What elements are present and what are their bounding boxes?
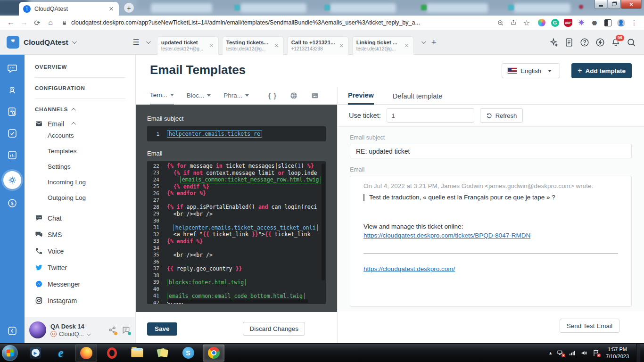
share-icon[interactable] (507, 16, 520, 29)
editor-vertical-scrollbar[interactable] (322, 164, 325, 280)
chrome-taskbar-icon[interactable] (203, 345, 224, 362)
rail-tasks-icon[interactable] (7, 128, 18, 139)
internet-explorer-taskbar-icon[interactable]: e (50, 345, 72, 362)
code-line[interactable]: 37{{ reply.geo_country }} (147, 265, 326, 272)
rail-ticket-search-icon[interactable] (7, 106, 18, 117)
taskbar-clock[interactable]: 1:57 PM 7/10/2023 (606, 346, 629, 360)
sidebar-item-configuration[interactable]: CONFIGURATION (35, 85, 135, 91)
rail-reports-icon[interactable] (7, 149, 18, 161)
code-line[interactable]: 32 <a href="{{ ticket_link }}">{{ ticket… (147, 231, 326, 238)
sidebar-item-twitter[interactable]: Twitter (35, 263, 135, 272)
site-link[interactable]: https://cloudqatest.deskpro.com/ (363, 265, 455, 272)
home-button[interactable]: ⌂ (44, 16, 57, 29)
help-icon[interactable] (579, 37, 590, 48)
code-line[interactable]: 28{% if app.isPortalEnabled() and can_lo… (147, 204, 326, 211)
close-ticket-tab-icon[interactable] (339, 43, 345, 49)
reload-button[interactable]: ⟳ (31, 16, 43, 29)
code-line[interactable]: 33{% endif %} (147, 238, 326, 245)
window-restore-button[interactable] (608, 0, 620, 9)
code-line[interactable]: 22{% for message in ticket_messages|slic… (147, 163, 326, 170)
code-line[interactable]: 29 <br /><br /> (147, 211, 326, 218)
code-line[interactable]: 41emails_common:email_code_bottom.html.t… (147, 293, 326, 300)
code-line[interactable]: 31 helpcenter.emails.ticket_access_ticke… (147, 224, 326, 231)
code-line[interactable]: 39blocks:footer.html.twig (147, 279, 326, 286)
code-line[interactable]: 26{% endfor %} (147, 190, 326, 197)
refresh-button[interactable]: Refresh (480, 108, 523, 123)
puzzle-extension[interactable]: ⬣ (589, 17, 600, 28)
ticket-tab[interactable]: Linking ticket ...tester.desk12@g... (352, 36, 414, 55)
show-desktop-button[interactable] (636, 344, 640, 362)
brand-chevron-down-icon[interactable] (72, 39, 77, 44)
preview-subject-value[interactable] (350, 144, 632, 158)
notifications-bell-icon[interactable]: 99 (611, 37, 621, 48)
media-player-taskbar-icon[interactable]: ▶ (25, 345, 46, 362)
sticky-notes-taskbar-icon[interactable] (152, 345, 173, 362)
firefox-taskbar-icon[interactable] (75, 345, 97, 362)
sidebar-item-templates[interactable]: Templates (48, 143, 135, 159)
tab-preview[interactable]: Preview (348, 91, 374, 105)
sidebar-item-outgoing-log[interactable]: Outgoing Log (48, 190, 135, 206)
save-button[interactable]: Save (147, 322, 177, 336)
image-icon[interactable] (311, 91, 319, 100)
sidebar-item-messenger[interactable]: Messenger (35, 280, 135, 288)
brand-name[interactable]: CloudQAtest (24, 38, 68, 47)
code-line[interactable]: 36 (147, 258, 326, 265)
tab-default-template[interactable]: Default template (393, 92, 443, 104)
discard-changes-button[interactable]: Discard Changes (243, 322, 305, 336)
bookmark-star-icon[interactable]: ☆ (520, 16, 533, 29)
sidebar-item-chat[interactable]: Chat (35, 214, 135, 222)
code-line[interactable]: 30 (147, 217, 326, 224)
signal-strength-icon[interactable] (569, 349, 576, 357)
user-footer[interactable]: QA Desk 14 C CloudQ... (25, 317, 135, 343)
code-braces-icon[interactable]: { } (268, 92, 277, 99)
ticket-tab[interactable]: Call to +121321...+12132143238 (287, 36, 349, 55)
window-close-button[interactable]: ✕ (621, 0, 642, 9)
code-line[interactable]: 24 emails_common:ticket_message_row.html… (147, 176, 326, 183)
action-center-flag-icon[interactable]: ✕ (592, 349, 600, 357)
ticket-tab[interactable]: updated tickettester.desk12+@g... (157, 36, 219, 55)
code-line[interactable]: 34 (147, 245, 326, 252)
blocks-dropdown[interactable]: Bloc... (187, 87, 211, 105)
document-icon[interactable] (564, 37, 574, 48)
tab-close-icon[interactable] (108, 6, 115, 12)
forward-button[interactable]: → (18, 16, 30, 29)
phrases-dropdown[interactable]: Phra... (223, 87, 249, 105)
templates-dropdown[interactable]: Tem... (150, 87, 174, 105)
file-explorer-taskbar-icon[interactable] (126, 345, 148, 362)
sidebar-item-channels[interactable]: CHANNELS (35, 107, 135, 112)
rail-chat-icon[interactable] (7, 63, 18, 74)
code-line[interactable]: 40 (147, 286, 326, 293)
globe-icon[interactable] (289, 91, 298, 100)
search-icon[interactable] (626, 37, 636, 48)
use-ticket-input[interactable] (387, 108, 474, 123)
tabs-overflow-chevron-icon[interactable] (421, 39, 426, 44)
sidebar-item-instagram[interactable]: Instagram (35, 296, 135, 304)
color-wheel-extension[interactable] (537, 17, 547, 28)
sidebar-item-incoming-log[interactable]: Incoming Log (48, 174, 135, 190)
add-ticket-tab-icon[interactable] (431, 37, 437, 48)
share-status-icon[interactable] (107, 325, 117, 335)
code-line[interactable]: 25 {% endif %} (147, 183, 326, 190)
zoom-icon[interactable] (494, 16, 506, 29)
list-chevron-down-icon[interactable] (146, 39, 151, 44)
language-select[interactable]: English (502, 63, 560, 78)
phrase-token[interactable]: helpcenter.emails.tickets_re (167, 130, 262, 138)
rail-agents-icon[interactable] (7, 84, 18, 96)
send-test-email-button[interactable]: Send Test Email (560, 319, 619, 333)
rail-billing-icon[interactable]: $ (7, 197, 18, 209)
sidebar-item-email[interactable]: Email (35, 120, 135, 128)
rail-settings-icon[interactable] (3, 171, 21, 189)
sidebar-item-accounts[interactable]: Accounts (48, 128, 135, 143)
sidebar-item-settings[interactable]: Settings (48, 159, 135, 174)
profile-avatar[interactable]: 👤 (616, 17, 626, 28)
code-line[interactable]: 27 (147, 197, 326, 204)
browser-tab-active[interactable]: 1 CloudQAtest (19, 2, 119, 16)
skype-taskbar-icon[interactable]: S (177, 345, 199, 362)
sidebar-item-sms[interactable]: SMS (35, 230, 135, 239)
code-line[interactable]: 38 (147, 272, 326, 279)
sidebar-item-voice[interactable]: Voice (35, 247, 135, 255)
editor-horizontal-scrollbar[interactable] (168, 299, 308, 303)
ticket-link[interactable]: https://cloudqatest.deskpro.com/tickets/… (363, 232, 530, 239)
email-code-editor[interactable]: 22{% for message in ticket_messages|slic… (147, 161, 326, 304)
rail-collapse-icon[interactable] (7, 325, 18, 337)
